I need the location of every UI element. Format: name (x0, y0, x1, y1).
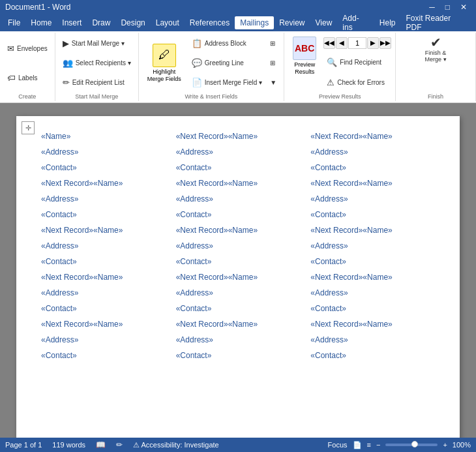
maximize-btn[interactable]: □ (441, 3, 454, 12)
merge-field: «Next Record»«Name» (41, 179, 123, 188)
preview-label: PreviewResults (294, 61, 315, 76)
zoom-level[interactable]: 100% (453, 441, 471, 449)
table-row: «Contact» (171, 207, 306, 223)
merge-field: «Contact» (310, 351, 346, 360)
merge-field: «Next Record»«Name» (176, 226, 258, 235)
merge-field: «Contact» (41, 304, 77, 313)
recipients-icon: 👥 (63, 58, 73, 68)
merge-field: «Next Record»«Name» (41, 226, 123, 235)
start-merge-icon: ▶ (63, 38, 69, 48)
focus-label[interactable]: Focus (328, 441, 348, 449)
menu-draw[interactable]: Draw (87, 16, 115, 29)
prev-record-btn[interactable]: ◀ (336, 37, 348, 49)
greeting-line-btn[interactable]: 💬 Greeting Line (188, 56, 265, 70)
menu-review[interactable]: Review (274, 16, 310, 29)
table-row: «Address» (171, 239, 306, 254)
table-row: «Contact» (305, 207, 440, 223)
table-row: «Address» (305, 239, 440, 254)
extra-btn-1[interactable]: ⊞ (268, 38, 280, 49)
table-row: «Address» (36, 192, 171, 207)
table-row: «Contact» (305, 348, 440, 364)
merge-field: «Contact» (176, 257, 212, 266)
window-controls[interactable]: ─ □ ✕ (425, 3, 471, 12)
start-mail-merge-btn[interactable]: ▶ Start Mail Merge ▾ (59, 37, 134, 50)
merge-field: «Contact» (176, 304, 212, 313)
first-record-btn[interactable]: ◀◀ (323, 37, 335, 49)
table-row: «Address» (305, 333, 440, 348)
find-recipient-btn[interactable]: 🔍 Find Recipient (323, 55, 391, 69)
document-grid: «Name»«Next Record»«Name»«Next Record»«N… (36, 129, 440, 364)
table-row: «Address» (305, 286, 440, 301)
merge-field: «Next Record»«Name» (310, 226, 392, 235)
table-row: «Address» (305, 192, 440, 207)
menu-help[interactable]: Help (374, 16, 401, 29)
finish-merge-btn[interactable]: ✔ Finish &Merge ▾ (422, 34, 450, 65)
menu-addins[interactable]: Add-ins (337, 12, 374, 34)
last-record-btn[interactable]: ▶▶ (379, 37, 391, 49)
table-row: «Address» (36, 286, 171, 301)
menu-insert[interactable]: Insert (57, 16, 87, 29)
menu-view[interactable]: View (310, 16, 338, 29)
menu-layout[interactable]: Layout (151, 16, 185, 29)
accessibility-status[interactable]: ⚠ Accessibility: Investigate (133, 441, 219, 449)
envelopes-btn[interactable]: ✉ File Envelopes (4, 42, 51, 55)
merge-field: «Address» (41, 194, 78, 203)
minimize-btn[interactable]: ─ (425, 3, 439, 12)
move-handle[interactable]: ✛ (22, 121, 35, 134)
table-row: «Contact» (305, 160, 440, 176)
menu-mailings[interactable]: Mailings (235, 16, 274, 29)
merge-field: «Address» (41, 241, 78, 250)
address-block-btn[interactable]: 📋 Address Block (188, 37, 265, 50)
table-row: «Address» (36, 333, 171, 348)
label-icon: 🏷 (7, 73, 16, 83)
extra-btn-3[interactable]: ▼ (268, 77, 280, 88)
zoom-slider[interactable] (385, 444, 438, 446)
merge-field: «Address» (176, 147, 213, 157)
edit-recipient-list-btn[interactable]: ✏ Edit Recipient List (59, 76, 134, 89)
merge-field: «Contact» (41, 351, 77, 360)
ribbon: ✉ File Envelopes 🏷 Labels Create ▶ (0, 31, 476, 103)
select-recipients-btn[interactable]: 👥 Select Recipients ▾ (59, 56, 134, 70)
menu-design[interactable]: Design (115, 16, 150, 29)
menu-file[interactable]: File (3, 16, 25, 29)
merge-field: «Contact» (176, 351, 212, 360)
extra-btn-2[interactable]: ⊞ (268, 57, 280, 68)
zoom-minus[interactable]: − (376, 441, 380, 449)
zoom-thumb[interactable] (411, 441, 418, 447)
table-row: «Contact» (305, 254, 440, 270)
table-row: «Address» (36, 239, 171, 254)
table-row: «Contact» (36, 207, 171, 223)
merge-field: «Next Record»«Name» (176, 132, 258, 141)
merge-field: «Next Record»«Name» (310, 320, 392, 329)
table-row: «Next Record»«Name» (36, 270, 171, 286)
menu-references[interactable]: References (185, 16, 235, 29)
merge-field: «Address» (310, 335, 348, 344)
table-row: «Address» (171, 145, 306, 160)
next-record-btn[interactable]: ▶ (367, 37, 379, 49)
merge-field: «Name» (41, 132, 70, 141)
insert-merge-field-btn[interactable]: 📄 Insert Merge Field ▾ (188, 76, 265, 89)
table-row: «Address» (36, 145, 171, 160)
highlight-merge-fields-btn[interactable]: 🖊 HighlightMerge Fields (143, 41, 186, 85)
menu-home[interactable]: Home (25, 16, 57, 29)
table-row: «Contact» (171, 301, 306, 317)
greeting-icon: 💬 (192, 58, 202, 68)
highlight-icon: 🖊 (158, 48, 170, 62)
page-status: Page 1 of 1 (5, 441, 42, 449)
table-row: «Address» (171, 286, 306, 301)
merge-field: «Next Record»«Name» (176, 273, 258, 282)
labels-btn[interactable]: 🏷 Labels (4, 71, 51, 85)
preview-results-btn[interactable]: ABC PreviewResults (288, 34, 321, 78)
zoom-plus[interactable]: + (443, 441, 447, 449)
table-row: «Contact» (171, 348, 306, 364)
merge-field: «Contact» (176, 163, 212, 172)
word-count: 119 words (52, 441, 85, 449)
menu-foxit[interactable]: Foxit Reader PDF (400, 12, 473, 34)
table-row: «Next Record»«Name» (171, 223, 306, 239)
merge-field: «Address» (41, 288, 78, 297)
record-number-input[interactable] (348, 37, 366, 49)
close-btn[interactable]: ✕ (456, 3, 471, 12)
finish-group-label: Finish (428, 92, 443, 100)
check-for-errors-btn[interactable]: ⚠ Check for Errors (323, 76, 391, 89)
menu-bar: File Home Insert Draw Design Layout Refe… (0, 14, 476, 31)
